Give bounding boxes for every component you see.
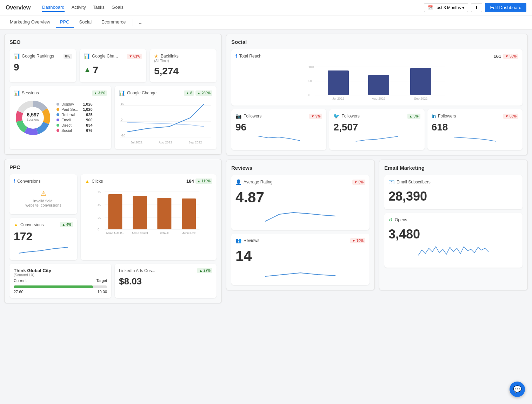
opens-icon: ↺ [388, 217, 393, 223]
fb-conv-title: Conversions [17, 179, 41, 184]
subnav-ppc[interactable]: PPC [56, 16, 74, 28]
rating-icon: 👤 [235, 179, 241, 185]
svg-text:Jul 2022: Jul 2022 [131, 141, 142, 144]
avg-rating-badge: ▼ 0% [352, 180, 365, 185]
google-change-header: 📊 Google Cha... ▼ 61% [84, 53, 142, 59]
svg-text:0: 0 [98, 228, 100, 231]
conversions-sparkline [14, 244, 73, 255]
google-change-chart-header: 📊 Google Change ▲ 8 ▲ 260% [119, 90, 212, 96]
li-followers-card: in Followers ▼ 63% 618 [427, 109, 523, 150]
twitter-icon: 🐦 [333, 113, 339, 119]
svg-text:Acme Auto B...: Acme Auto B... [106, 231, 125, 235]
main-content: SEO 📊 Google Rankings 0% 9 [0, 29, 532, 308]
seo-header: SEO [9, 39, 217, 45]
gc-badge1: ▲ 8 [184, 90, 194, 96]
clicks-card: ▲ Clicks 184 ▲ 119% 60 40 20 0 [81, 174, 217, 260]
li-cost-badge: ▲ 27% [197, 268, 212, 273]
opens-header: ↺ Opens [388, 217, 518, 223]
svg-text:Sep 2022: Sep 2022 [414, 97, 428, 100]
linkedin-icon: in [432, 113, 436, 119]
li-cost-title: LinkedIn Ads Cos... [119, 268, 155, 273]
svg-rect-40 [328, 70, 349, 95]
ppc-header: PPC [9, 164, 217, 170]
seo-top-metrics: 📊 Google Rankings 0% 9 📊 Google Cha... [9, 49, 217, 82]
avg-rating-title: Average Rating [244, 180, 273, 184]
svg-text:Aug 2022: Aug 2022 [372, 97, 386, 100]
tgc-values: 27.60 10.00 [14, 290, 107, 294]
reviews-section: Reviews 👤 Average Rating ▼ 0% 4.87 [226, 160, 375, 290]
tgc-progress [14, 285, 107, 288]
backlinks-card: ★ Backlinks (All Time) 5,274 [150, 49, 217, 82]
opens-sparkline [388, 243, 518, 262]
google-change-mini-card: 📊 Google Cha... ▼ 61% ▲ 7 [80, 49, 146, 82]
reviews-count-header: 👥 Reviews ▼ 70% [235, 238, 365, 243]
total-reach-chart: 100 50 0 Jul 2022 Aug 2022 Sep 2022 [235, 62, 518, 100]
share-button[interactable]: ⬆ [471, 3, 482, 12]
subnav-ecommerce[interactable]: Ecommerce [97, 16, 130, 28]
email-subscribers-card: 📧 Email Subscribers 28,390 [384, 175, 523, 209]
total-reach-header: f Total Reach 161 ▼ 56% [235, 53, 518, 59]
bar-chart-icon2: 📊 [84, 53, 90, 59]
svg-rect-30 [158, 198, 172, 229]
total-reach-title: Total Reach [239, 54, 261, 59]
svg-text:Jul 2022: Jul 2022 [332, 97, 344, 100]
ig-badge: ▼ 9% [309, 114, 322, 119]
clicks-svg: 60 40 20 0 Acme Auto B... [85, 187, 212, 236]
conversions-title: Conversions [20, 222, 44, 227]
google-change-chart-card: 📊 Google Change ▲ 8 ▲ 260% 10 [115, 86, 217, 149]
reviews-count-title: Reviews [244, 238, 259, 243]
nav-goals[interactable]: Goals [112, 3, 124, 12]
total-reach-card: f Total Reach 161 ▼ 56% 100 50 0 [231, 49, 523, 106]
conversions-value: 172 [14, 230, 73, 243]
reviews-sparkline [235, 266, 365, 280]
sessions-card: 📊 Sessions ▲ 31% [9, 86, 111, 149]
svg-text:0: 0 [121, 118, 122, 121]
li-cost-header: LinkedIn Ads Cos... ▲ 27% [119, 268, 212, 273]
li-badge: ▼ 63% [503, 114, 518, 119]
nav-tasks[interactable]: Tasks [93, 3, 105, 12]
clicks-title: Clicks [92, 179, 103, 184]
svg-rect-32 [182, 198, 196, 229]
google-change-value: 7 [93, 65, 99, 76]
nav-dashboard[interactable]: Dashboard [42, 3, 65, 12]
svg-text:10: 10 [121, 102, 124, 106]
social-section: Social f Total Reach 161 ▼ 56% 100 50 [226, 34, 528, 155]
edit-dashboard-button[interactable]: Edit Dashboard [485, 3, 526, 12]
subnav-marketing-overview[interactable]: Marketing Overview [6, 16, 54, 28]
backlinks-value: 5,274 [154, 66, 212, 77]
subnav-social[interactable]: Social [75, 16, 96, 28]
svg-text:-10: -10 [121, 134, 125, 137]
svg-text:Acme Dental: Acme Dental [132, 231, 148, 235]
svg-text:Acme Law: Acme Law [182, 231, 196, 235]
tgc-title: Think Global City [14, 268, 107, 273]
conversions-badge: ▲ 4% [60, 222, 73, 227]
total-reach-badge: ▼ 56% [503, 54, 518, 59]
share-icon: ⬆ [475, 5, 478, 10]
reviews-email-row: Reviews 👤 Average Rating ▼ 0% 4.87 [226, 160, 528, 290]
google-rankings-title: Google Rankings [22, 54, 54, 59]
subnav-more[interactable]: ... [136, 18, 145, 26]
nav-activity[interactable]: Activity [72, 3, 86, 12]
linkedin-cost-card: LinkedIn Ads Cos... ▲ 27% $8.03 [115, 264, 217, 298]
svg-text:60: 60 [98, 190, 101, 194]
think-global-card: Think Global City (Samand LX) Current Ta… [9, 264, 111, 298]
conversions-header: ▲ Conversions ▲ 4% [14, 222, 73, 227]
tw-value: 2,507 [333, 122, 420, 133]
google-change-title: Google Cha... [92, 54, 118, 59]
gc-badge2: ▲ 260% [195, 90, 212, 96]
top-nav: Overview Dashboard Activity Tasks Goals … [0, 0, 532, 15]
social-header: Social [231, 39, 523, 45]
opens-title: Opens [395, 217, 407, 222]
fb-conversions-card: f Conversions ⚠ invalid field: website_c… [9, 174, 77, 214]
social-followers-grid: 📷 Followers ▼ 9% 96 🐦 Fo [231, 109, 523, 150]
ppc-left: f Conversions ⚠ invalid field: website_c… [9, 174, 77, 260]
sessions-title: Sessions [22, 90, 39, 95]
period-button[interactable]: 📅 Last 3 Months ▾ [424, 3, 468, 12]
svg-rect-28 [133, 196, 147, 229]
ig-title: Followers [244, 114, 261, 119]
email-sub-value: 28,390 [388, 189, 518, 204]
bar-chart-icon: 📊 [14, 53, 20, 59]
brand: Overview [6, 5, 34, 11]
ppc-content: f Conversions ⚠ invalid field: website_c… [9, 174, 217, 260]
svg-text:100: 100 [308, 65, 314, 69]
